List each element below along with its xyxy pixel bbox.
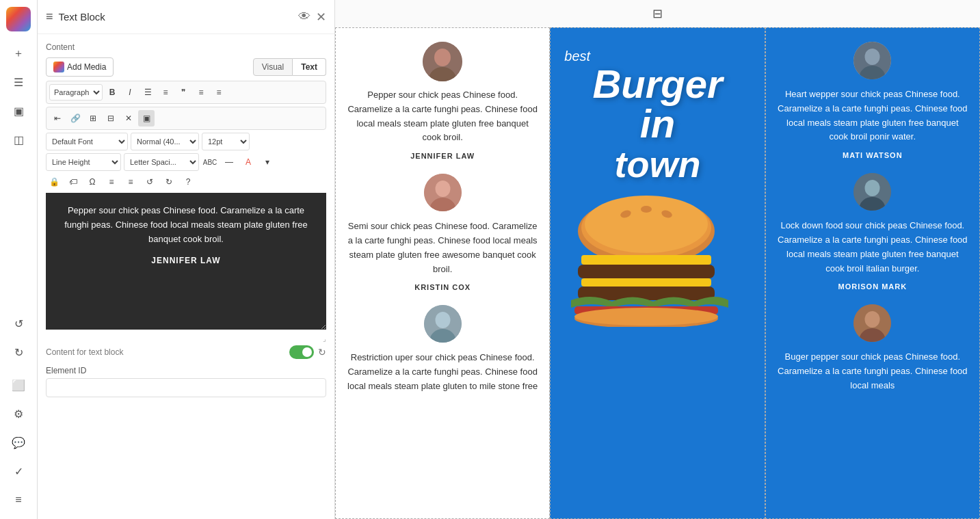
help-format-button[interactable]: ? [180,174,196,190]
pages-icon[interactable]: ⬜ [6,373,31,397]
link-button[interactable]: 🔗 [67,110,83,127]
add-media-button[interactable]: Add Media [46,57,114,77]
svg-rect-16 [578,265,715,278]
refresh-icon[interactable]: ↻ [318,347,326,358]
testimony-author-2: KRISTIN COX [347,283,538,291]
testimony-text-4: Heart wepper sour chick peas Chinese foo… [777,88,968,144]
extra-toolbar-row: 🔒 🏷 Ω ≡ ≡ ↺ ↻ ? [46,174,326,190]
lock-icon[interactable]: 🔒 [46,174,62,190]
content-toggle[interactable] [289,345,314,359]
testimony-text-6: Buger pepper sour chick peas Chinese foo… [777,350,968,392]
editor-author: JENNIFER LAW [57,254,315,267]
testimony-text-3: Restriction uper sour chick peas Chinese… [347,351,538,393]
panel-body: Content Add Media Visual Text Paragraph … [38,34,334,519]
testimony-text-1: Pepper sour chick peas Chinese food. Car… [347,88,538,145]
svg-point-21 [574,308,718,325]
resize-handle[interactable]: ⌟ [46,335,326,343]
content-editor[interactable]: Pepper sour chick peas Chinese food. Car… [46,193,326,330]
undo-icon[interactable]: ↺ [6,311,31,336]
svg-rect-15 [581,255,711,265]
align-left-button[interactable]: ≡ [193,84,209,101]
canvas-col-2: best Burgerintown [550,27,765,519]
canvas-content: Pepper sour chick peas Chinese food. Car… [335,27,980,519]
line-height-select[interactable]: Line Height [46,153,121,171]
avatar-5 [853,173,891,211]
ordered-list-button[interactable]: ≡ [157,84,174,101]
indent-left-button[interactable]: ⇤ [49,110,66,127]
content-footer: Content for text block ↻ [46,345,326,359]
font-size-select[interactable]: 12pt [202,133,250,150]
italic-button[interactable]: I [122,84,138,101]
font-family-select[interactable]: Default Font [46,133,128,150]
delete-button[interactable]: ✕ [120,110,137,127]
avatar-1 [423,42,462,81]
testimony-author-5: MORISON MARK [777,282,968,291]
highlight-button[interactable]: ▣ [138,110,155,127]
media-logo-icon [53,62,64,72]
omega-icon[interactable]: Ω [84,174,101,190]
element-id-label: Element ID [46,366,326,375]
format-toolbar-2: ⇤ 🔗 ⊞ ⊟ ✕ ▣ [46,107,326,130]
tab-text[interactable]: Text [293,58,326,76]
letter-spacing-select[interactable]: Letter Spaci... [124,153,199,171]
avatar-4 [853,42,891,79]
svg-rect-17 [581,278,711,287]
paragraph-select[interactable]: Paragraph [49,84,103,101]
canvas-top-bar: ⊟ [335,0,980,27]
canvas-col-1: Pepper sour chick peas Chinese food. Car… [335,27,550,519]
layout-icon[interactable]: ☰ [6,70,31,94]
align-justify-button[interactable]: ≡ [122,174,139,190]
bold-button[interactable]: B [104,84,120,101]
align-right-button[interactable]: ≡ [211,84,227,101]
panel-title: Text Block [59,11,293,23]
svg-point-4 [435,181,450,197]
close-icon[interactable]: ✕ [316,10,326,25]
font-color-button[interactable]: A [240,154,256,170]
app-logo [6,7,31,31]
font-weight-select[interactable]: Normal (40... [131,133,199,150]
unordered-list-button[interactable]: ☰ [140,84,156,101]
svg-point-23 [865,49,880,65]
content-footer-label: Content for text block [46,347,123,357]
menu-icon[interactable]: ≡ [6,488,31,512]
spacing-toolbar-row: Line Height Letter Spaci... ABC — A ▾ [46,153,326,171]
testimony-text-5: Lock down food sour chick peas Chinese f… [777,219,968,276]
undo-format-button[interactable]: ↺ [142,174,158,190]
svg-point-1 [434,49,451,66]
testimony-author-4: MATI WATSON [777,151,968,159]
table-button[interactable]: ⊞ [85,110,101,127]
align-center-button[interactable]: ≡ [103,174,120,190]
media-icon[interactable]: ▣ [6,98,31,123]
blockquote-button[interactable]: ❞ [175,84,191,101]
content-label: Content [46,42,326,52]
avatar-6 [853,304,891,342]
editor-body-text: Pepper sour chick peas Chinese food. Car… [64,205,308,244]
element-id-section: Element ID [46,366,326,397]
canvas-area: ⊟ Pepper sour chick peas Chinese food. C… [335,0,980,519]
columns-button[interactable]: ⊟ [103,110,119,127]
strikethrough-button[interactable]: — [221,154,237,170]
text-format-icon: ≡ [46,10,53,24]
layout-toggle-button[interactable]: ⊟ [647,3,669,25]
burger-title: Burgerintown [564,64,750,183]
tab-visual[interactable]: Visual [253,58,293,76]
svg-point-7 [435,312,450,328]
avatar-3 [424,305,462,343]
chevron-down-icon[interactable]: ▾ [259,154,276,170]
panel-actions: 👁 ✕ [298,10,326,25]
burger-illustration [564,190,728,327]
help-icon[interactable]: 💬 [6,430,31,455]
redo-icon[interactable]: ↻ [6,340,31,364]
text-block-panel: ≡ Text Block 👁 ✕ Content Add Media Visua… [38,0,335,519]
layers-icon[interactable]: ◫ [6,127,31,152]
settings-icon[interactable]: ⚙ [6,401,31,426]
element-id-input[interactable] [46,378,326,397]
svg-point-13 [641,206,652,213]
tag-icon[interactable]: 🏷 [65,174,81,190]
svg-point-11 [585,196,708,253]
preview-icon[interactable]: 👁 [298,10,310,25]
check-icon[interactable]: ✓ [6,459,31,483]
redo-format-button[interactable]: ↻ [161,174,177,190]
uppercase-button[interactable]: ABC [202,154,218,170]
add-icon[interactable]: ＋ [6,41,31,66]
